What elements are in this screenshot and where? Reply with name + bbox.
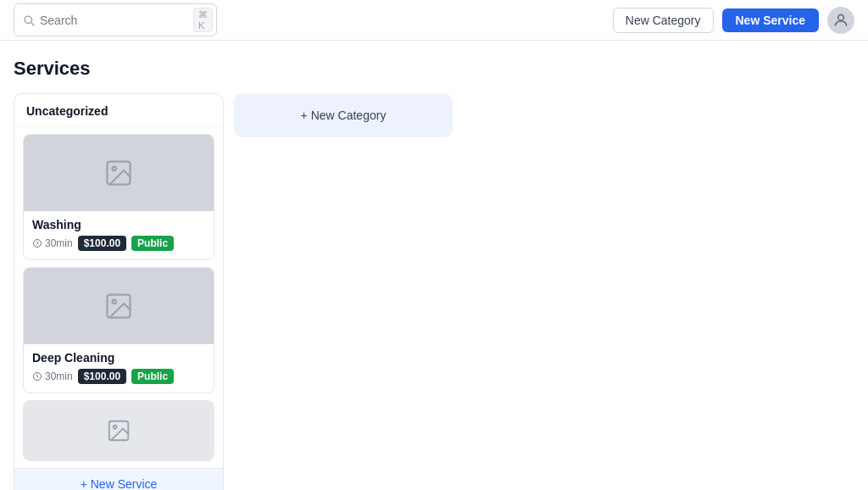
svg-point-7 xyxy=(113,300,117,304)
image-placeholder-icon xyxy=(103,158,134,188)
new-service-button-top[interactable]: New Service xyxy=(722,8,820,32)
service-name-washing: Washing xyxy=(32,218,205,231)
topbar: ⌘ K New Category New Service xyxy=(0,0,868,41)
new-category-label: + New Category xyxy=(301,109,387,122)
search-wrapper: ⌘ K xyxy=(14,3,217,36)
service-visibility-badge-deep-cleaning: Public xyxy=(131,369,174,384)
service-price-badge-washing: $100.00 xyxy=(78,236,126,251)
service-info-washing: Washing 30min $100.00 Public xyxy=(24,211,214,259)
svg-line-1 xyxy=(31,22,35,25)
clock-icon xyxy=(32,238,42,248)
service-name-deep-cleaning: Deep Cleaning xyxy=(32,351,205,365)
service-card-deep-cleaning[interactable]: Deep Cleaning 30min $100.00 Public xyxy=(23,267,214,393)
search-input[interactable] xyxy=(40,14,188,27)
columns-container: Uncategorized Washing xyxy=(14,93,854,490)
service-card-washing[interactable]: Washing 30min $100.00 Public xyxy=(23,134,214,260)
category-column-uncategorized: Uncategorized Washing xyxy=(14,93,224,490)
service-duration-washing: 30min xyxy=(32,237,73,249)
new-category-button-top[interactable]: New Category xyxy=(613,8,714,33)
service-image-deep-cleaning xyxy=(24,268,214,344)
service-duration-deep-cleaning: 30min xyxy=(32,370,73,382)
svg-point-4 xyxy=(113,167,117,171)
search-icon xyxy=(23,14,35,26)
page-title: Services xyxy=(14,58,854,80)
service-image-washing xyxy=(24,135,214,211)
image-placeholder-icon-3 xyxy=(106,418,131,443)
service-info-deep-cleaning: Deep Cleaning 30min $100.00 Public xyxy=(24,344,214,393)
main-content: Services Uncategorized Washing xyxy=(0,41,868,490)
image-placeholder-icon-2 xyxy=(103,291,134,321)
search-shortcut: ⌘ K xyxy=(193,8,213,32)
new-category-column[interactable]: + New Category xyxy=(234,93,453,137)
clock-icon-2 xyxy=(32,371,42,381)
new-service-ghost-image xyxy=(24,401,214,460)
avatar[interactable] xyxy=(827,7,854,34)
category-header: Uncategorized xyxy=(14,94,223,127)
svg-point-0 xyxy=(25,16,31,23)
svg-point-10 xyxy=(114,426,117,429)
service-price-badge-deep-cleaning: $100.00 xyxy=(78,369,126,384)
new-service-button-bottom[interactable]: + New Service xyxy=(14,468,223,490)
service-meta-deep-cleaning: 30min $100.00 Public xyxy=(32,369,205,384)
new-service-ghost-card xyxy=(23,400,214,461)
service-visibility-badge-washing: Public xyxy=(131,236,174,251)
svg-point-2 xyxy=(838,14,844,20)
topbar-right: New Category New Service xyxy=(613,7,854,34)
service-meta-washing: 30min $100.00 Public xyxy=(32,236,205,251)
services-list: Washing 30min $100.00 Public xyxy=(14,127,223,468)
